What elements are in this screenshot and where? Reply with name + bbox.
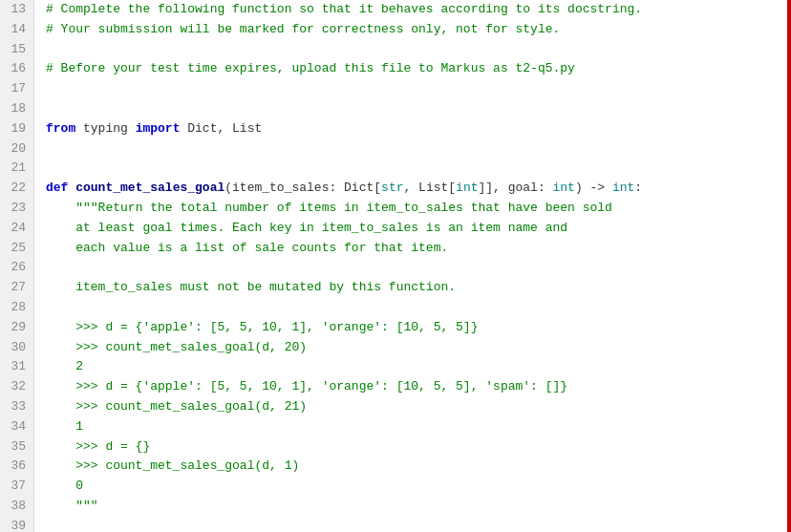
code-line: item_to_sales must not be mutated by thi… xyxy=(46,278,791,298)
line-number: 18 xyxy=(8,99,26,119)
line-number: 21 xyxy=(8,159,26,179)
code-line xyxy=(46,139,791,160)
code-line: >>> d = {'apple': [5, 5, 10, 1], 'orange… xyxy=(46,318,791,338)
code-line xyxy=(46,298,791,318)
code-line xyxy=(46,40,791,60)
code-line: # Your submission will be marked for cor… xyxy=(46,20,791,40)
line-number: 32 xyxy=(8,377,26,397)
line-numbers: 1314151617181920212223242526272829303132… xyxy=(0,0,34,532)
line-number: 25 xyxy=(8,239,26,259)
line-number: 27 xyxy=(8,278,26,298)
code-line: at least goal times. Each key in item_to… xyxy=(46,219,791,239)
code-line: """ xyxy=(46,497,791,517)
code-line: each value is a list of sale counts for … xyxy=(46,239,791,259)
code-editor: 1314151617181920212223242526272829303132… xyxy=(0,0,791,532)
code-line: >>> d = {} xyxy=(46,437,791,458)
code-line: # Before your test time expires, upload … xyxy=(46,59,791,79)
line-number: 36 xyxy=(8,457,26,477)
code-line: def count_met_sales_goal(item_to_sales: … xyxy=(46,179,791,199)
code-line: # Complete the following function so tha… xyxy=(46,0,791,20)
line-number: 22 xyxy=(8,179,26,199)
code-line xyxy=(46,258,791,278)
code-line: >>> count_met_sales_goal(d, 20) xyxy=(46,338,791,358)
line-number: 33 xyxy=(8,397,26,417)
code-line xyxy=(46,99,791,119)
line-number: 26 xyxy=(8,258,26,278)
code-line xyxy=(46,159,791,179)
code-area[interactable]: # Complete the following function so tha… xyxy=(34,0,791,532)
line-number: 34 xyxy=(8,417,26,437)
line-number: 31 xyxy=(8,357,26,377)
code-line xyxy=(46,79,791,99)
line-number: 14 xyxy=(8,20,26,40)
code-line: 1 xyxy=(46,417,791,437)
line-number: 30 xyxy=(8,338,26,358)
code-line: from typing import Dict, List xyxy=(46,119,791,139)
line-number: 20 xyxy=(8,139,26,160)
line-number: 29 xyxy=(8,318,26,338)
code-line: """Return the total number of items in i… xyxy=(46,199,791,219)
line-number: 28 xyxy=(8,298,26,318)
line-number: 35 xyxy=(8,437,26,458)
code-line xyxy=(46,517,791,532)
line-number: 17 xyxy=(8,79,26,99)
code-line: >>> count_met_sales_goal(d, 21) xyxy=(46,397,791,417)
code-line: >>> d = {'apple': [5, 5, 10, 1], 'orange… xyxy=(46,377,791,397)
line-number: 13 xyxy=(8,0,26,20)
line-number: 16 xyxy=(8,59,26,79)
line-number: 15 xyxy=(8,40,26,60)
red-bar xyxy=(787,0,791,532)
code-line: 0 xyxy=(46,477,791,497)
code-line: 2 xyxy=(46,357,791,377)
line-number: 38 xyxy=(8,497,26,517)
code-line: >>> count_met_sales_goal(d, 1) xyxy=(46,457,791,477)
line-number: 24 xyxy=(8,219,26,239)
line-number: 37 xyxy=(8,477,26,497)
line-number: 23 xyxy=(8,199,26,219)
line-number: 39 xyxy=(8,517,26,532)
line-number: 19 xyxy=(8,119,26,139)
